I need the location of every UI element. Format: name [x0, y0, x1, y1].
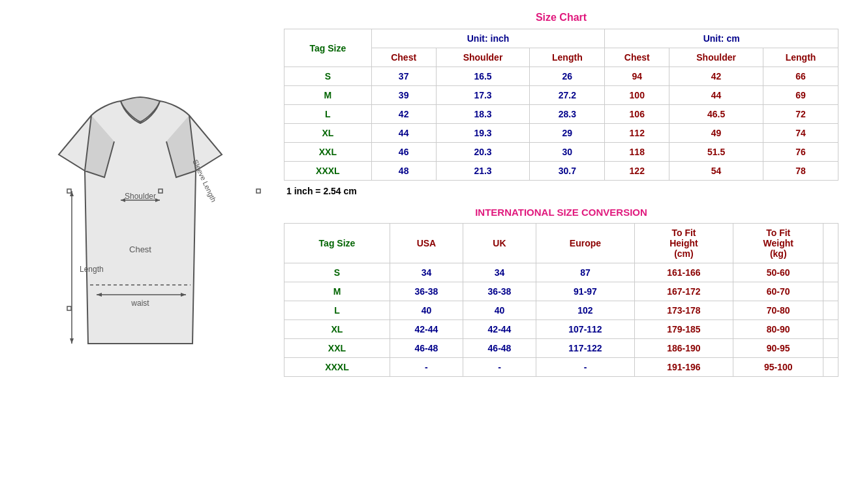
conversion-note: 1 inch = 2.54 cm: [284, 181, 838, 201]
intl-title: INTERNATIONAL SIZE CONVERSION: [284, 201, 838, 223]
svg-text:waist: waist: [131, 299, 149, 308]
svg-rect-2: [67, 306, 71, 310]
intl-weight-header: To FitWeight(kg): [733, 224, 823, 263]
svg-marker-12: [70, 191, 74, 196]
intl-weight: 50-60: [733, 263, 823, 282]
table-row: M 39 17.3 27.2 100 44 69: [284, 86, 838, 105]
intl-height: 191-196: [634, 358, 733, 377]
table-row: M 36-38 36-38 91-97 167-172 60-70: [284, 282, 838, 301]
size-label: L: [284, 105, 372, 124]
shoulder-inch: 19.3: [436, 124, 530, 143]
intl-europe: 87: [536, 263, 634, 282]
intl-extra: [823, 263, 838, 282]
intl-usa: 46-48: [390, 339, 463, 358]
svg-text:Shoulder: Shoulder: [125, 192, 156, 201]
length-inch: 29: [530, 124, 605, 143]
intl-europe-header: Europe: [536, 224, 634, 263]
intl-europe: 102: [536, 301, 634, 320]
shoulder-inch: 21.3: [436, 162, 530, 181]
unit-cm-header: Unit: cm: [605, 29, 838, 48]
length-cm: 66: [763, 67, 838, 86]
intl-usa: 36-38: [390, 282, 463, 301]
size-label: XXL: [284, 143, 372, 162]
intl-height: 161-166: [634, 263, 733, 282]
intl-table: Tag Size USA UK Europe To FitHeight(cm) …: [284, 223, 838, 377]
intl-extra: [823, 339, 838, 358]
intl-extra: [823, 320, 838, 339]
chest-cm: 94: [605, 67, 669, 86]
chest-inch: 46: [371, 143, 436, 162]
intl-uk: 34: [463, 263, 536, 282]
intl-size-label: S: [284, 263, 390, 282]
intl-uk: 40: [463, 301, 536, 320]
intl-extra: [823, 282, 838, 301]
intl-usa-header: USA: [390, 224, 463, 263]
svg-text:Length: Length: [80, 265, 104, 274]
intl-height: 186-190: [634, 339, 733, 358]
diagram-panel: Shoulder Sleeve Length Chest Length wais…: [0, 0, 281, 504]
right-panel: Size Chart Tag Size Unit: inch Unit: cm …: [281, 0, 845, 383]
intl-weight: 90-95: [733, 339, 823, 358]
svg-marker-13: [70, 338, 74, 344]
tshirt-diagram: Shoulder Sleeve Length Chest Length wais…: [20, 63, 261, 441]
table-row: XXXL - - - 191-196 95-100: [284, 358, 838, 377]
shoulder-inch: 18.3: [436, 105, 530, 124]
intl-size-label: XXL: [284, 339, 390, 358]
intl-height: 167-172: [634, 282, 733, 301]
chest-inch: 39: [371, 86, 436, 105]
size-label: M: [284, 86, 372, 105]
table-row: L 40 40 102 173-178 70-80: [284, 301, 838, 320]
intl-weight: 95-100: [733, 358, 823, 377]
intl-europe: 107-112: [536, 320, 634, 339]
shoulder-cm: 51.5: [669, 143, 763, 162]
length-inch: 28.3: [530, 105, 605, 124]
intl-usa: 40: [390, 301, 463, 320]
size-chart-title: Size Chart: [284, 7, 838, 29]
intl-uk: 42-44: [463, 320, 536, 339]
length-inch-header: Length: [530, 48, 605, 67]
intl-uk: 46-48: [463, 339, 536, 358]
chest-cm: 118: [605, 143, 669, 162]
table-row: XXL 46-48 46-48 117-122 186-190 90-95: [284, 339, 838, 358]
intl-weight: 60-70: [733, 282, 823, 301]
table-row: XXXL 48 21.3 30.7 122 54 78: [284, 162, 838, 181]
length-cm: 76: [763, 143, 838, 162]
intl-size-label: XL: [284, 320, 390, 339]
chest-cm-header: Chest: [605, 48, 669, 67]
intl-usa: -: [390, 358, 463, 377]
table-row: XL 42-44 42-44 107-112 179-185 80-90: [284, 320, 838, 339]
intl-tag-size-header: Tag Size: [284, 224, 390, 263]
table-row: XXL 46 20.3 30 118 51.5 76: [284, 143, 838, 162]
intl-size-label: L: [284, 301, 390, 320]
shoulder-cm: 46.5: [669, 105, 763, 124]
length-inch: 30: [530, 143, 605, 162]
chest-inch: 44: [371, 124, 436, 143]
chest-cm: 122: [605, 162, 669, 181]
shoulder-inch: 17.3: [436, 86, 530, 105]
chest-cm: 100: [605, 86, 669, 105]
length-cm: 78: [763, 162, 838, 181]
length-cm-header: Length: [763, 48, 838, 67]
length-inch: 30.7: [530, 162, 605, 181]
intl-usa: 42-44: [390, 320, 463, 339]
chest-cm: 106: [605, 105, 669, 124]
table-row: S 37 16.5 26 94 42 66: [284, 67, 838, 86]
intl-weight: 80-90: [733, 320, 823, 339]
chest-inch: 48: [371, 162, 436, 181]
length-inch: 27.2: [530, 86, 605, 105]
intl-height: 179-185: [634, 320, 733, 339]
shoulder-cm-header: Shoulder: [669, 48, 763, 67]
unit-inch-header: Unit: inch: [371, 29, 605, 48]
shoulder-inch: 20.3: [436, 143, 530, 162]
tag-size-header: Tag Size: [284, 29, 372, 67]
svg-rect-4: [256, 189, 260, 193]
table-row: XL 44 19.3 29 112 49 74: [284, 124, 838, 143]
intl-uk: 36-38: [463, 282, 536, 301]
shoulder-inch: 16.5: [436, 67, 530, 86]
intl-usa: 34: [390, 263, 463, 282]
intl-uk: -: [463, 358, 536, 377]
chest-inch-header: Chest: [371, 48, 436, 67]
size-chart-table: Tag Size Unit: inch Unit: cm Chest Shoul…: [284, 29, 838, 181]
intl-europe: 117-122: [536, 339, 634, 358]
shoulder-cm: 54: [669, 162, 763, 181]
